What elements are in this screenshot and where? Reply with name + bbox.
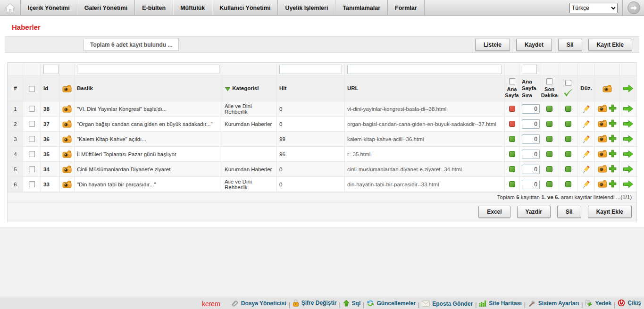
kayit-ekle-button[interactable]: Kayıt Ekle (588, 39, 632, 51)
statusbar-link-sistem-ayarlar[interactable]: Sistem Ayarları (528, 300, 579, 307)
camera-icon[interactable] (598, 135, 607, 142)
camera-icon[interactable] (598, 120, 607, 127)
camera-icon[interactable] (62, 135, 72, 143)
row-checkbox[interactable] (29, 106, 35, 112)
camera-icon[interactable] (62, 150, 72, 158)
camera-icon[interactable] (62, 105, 72, 113)
camera-icon[interactable] (62, 181, 72, 188)
arrow-right-icon[interactable] (623, 150, 634, 158)
plus-icon[interactable] (609, 180, 617, 188)
pencil-icon[interactable] (582, 165, 591, 174)
header-kategori[interactable]: Kategorisi (222, 76, 277, 101)
son-dakika-status[interactable] (546, 181, 552, 187)
ana-sayfa-sira-input[interactable] (522, 165, 540, 174)
language-select[interactable]: Türkçe (569, 3, 618, 13)
aktif-status[interactable] (565, 121, 571, 127)
header-url[interactable]: URL (345, 76, 505, 101)
camera-icon[interactable] (62, 120, 72, 128)
arrow-right-icon[interactable] (623, 165, 634, 173)
row-checkbox[interactable] (29, 121, 35, 127)
filter-id-input[interactable] (43, 65, 59, 74)
filter-hit-input[interactable] (279, 65, 342, 74)
plus-icon[interactable] (609, 104, 617, 112)
son-dakika-status[interactable] (546, 136, 552, 142)
plus-icon[interactable] (609, 134, 617, 142)
statusbar-link-ifre-de-i-tir[interactable]: Şifre Değiştir (293, 299, 337, 307)
aktif-all-checkbox[interactable] (565, 80, 571, 86)
header-hit[interactable]: Hit (277, 76, 345, 101)
statusbar-link-site-haritas[interactable]: Site Haritası (479, 300, 521, 307)
ana-sayfa-status[interactable] (509, 136, 515, 142)
ana-sayfa-sira-input[interactable] (522, 150, 540, 159)
pencil-icon[interactable] (582, 135, 591, 143)
aktif-status[interactable] (565, 136, 571, 142)
arrow-right-icon[interactable] (623, 180, 634, 188)
statusbar-link-sql[interactable]: Sql (343, 300, 361, 307)
son-dakika-status[interactable] (546, 121, 552, 127)
camera-icon[interactable] (598, 105, 607, 112)
son-dakika-status[interactable] (546, 166, 552, 172)
nav-item-galeri-y-netimi[interactable]: Galeri Yönetimi (77, 0, 135, 16)
statusbar-link-eposta-g-nder[interactable]: Eposta Gönder (422, 301, 473, 307)
plus-icon[interactable] (609, 165, 617, 173)
ana-sayfa-status[interactable] (509, 121, 515, 127)
statusbar-link-yedek[interactable]: Yedek (585, 300, 611, 307)
son-dakika-all-checkbox[interactable] (546, 78, 552, 84)
excel-button[interactable]: Excel (478, 206, 510, 218)
ana-sayfa-sira-input[interactable] (522, 119, 540, 129)
son-dakika-status[interactable] (546, 106, 552, 112)
row-checkbox[interactable] (29, 166, 35, 172)
ana-sayfa-status[interactable] (509, 106, 515, 112)
nav-item-m-ft-l-k[interactable]: Müftülük (173, 0, 212, 16)
sort-down-icon[interactable] (225, 86, 231, 92)
camera-icon[interactable] (598, 165, 607, 173)
sil-bottom-button[interactable]: Sil (557, 206, 581, 218)
listele-button[interactable]: Listele (475, 39, 510, 51)
plus-icon[interactable] (609, 119, 617, 127)
go-button[interactable] (627, 1, 640, 14)
ana-sayfa-sira-input[interactable] (522, 104, 540, 114)
kayit-ekle-bottom-button[interactable]: Kayıt Ekle (588, 206, 632, 218)
select-all-checkbox[interactable] (29, 86, 35, 92)
arrow-right-icon[interactable] (623, 120, 634, 128)
nav-item-e-b-lten[interactable]: E-bülten (135, 0, 173, 16)
filter-baslik-input[interactable] (77, 65, 219, 74)
row-checkbox[interactable] (29, 181, 35, 187)
statusbar-link-k[interactable]: Çıkış (618, 299, 641, 307)
sil-button[interactable]: Sil (558, 39, 582, 51)
header-baslik[interactable]: Baslik (75, 76, 222, 101)
nav-item-tan-mlamalar[interactable]: Tanımlamalar (335, 0, 388, 16)
home-button[interactable] (0, 0, 21, 16)
aktif-status[interactable] (565, 106, 571, 112)
row-checkbox[interactable] (29, 136, 35, 142)
ana-sayfa-sira-input[interactable] (522, 180, 540, 189)
arrow-right-icon[interactable] (623, 105, 634, 113)
aktif-status[interactable] (565, 166, 571, 172)
aktif-status[interactable] (565, 181, 571, 187)
filter-ana-sayfa-sira-input[interactable] (522, 65, 537, 74)
arrow-right-icon[interactable] (623, 135, 634, 143)
nav-item-formlar[interactable]: Formlar (388, 0, 425, 16)
nav-item-i-erik-y-netimi[interactable]: İçerik Yönetimi (21, 0, 77, 16)
nav-item-yelik-i-lemleri[interactable]: Üyelik İşlemleri (278, 0, 335, 16)
statusbar-link-g-ncellemeler[interactable]: Güncellemeler (367, 300, 416, 307)
row-checkbox[interactable] (29, 151, 35, 157)
ana-sayfa-status[interactable] (509, 181, 515, 187)
ana-sayfa-status[interactable] (509, 166, 515, 172)
camera-icon[interactable] (598, 150, 607, 158)
statusbar-link-dosya-y-neticisi[interactable]: Dosya Yöneticisi (231, 300, 286, 307)
header-id[interactable]: Id (41, 76, 60, 101)
filter-url-input[interactable] (347, 65, 502, 74)
pencil-icon[interactable] (582, 150, 591, 159)
son-dakika-status[interactable] (546, 151, 552, 157)
camera-icon[interactable] (598, 180, 607, 188)
ana-sayfa-sira-input[interactable] (522, 134, 540, 144)
yazdir-button[interactable]: Yazdir (517, 206, 551, 218)
ana-sayfa-all-checkbox[interactable] (509, 78, 515, 84)
plus-icon[interactable] (609, 150, 617, 158)
aktif-status[interactable] (565, 151, 571, 157)
pencil-icon[interactable] (582, 120, 591, 128)
pencil-icon[interactable] (582, 180, 591, 189)
camera-icon[interactable] (62, 166, 72, 173)
ana-sayfa-status[interactable] (509, 151, 515, 157)
